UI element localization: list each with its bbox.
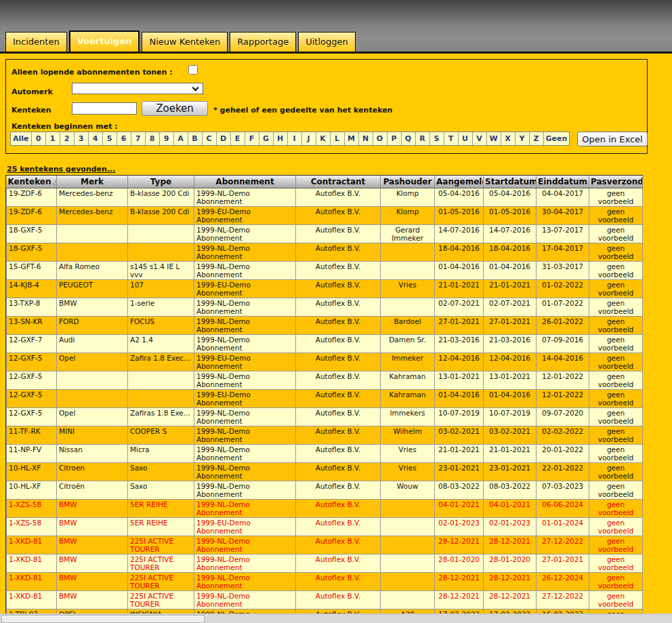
zoeken-button[interactable]: Zoeken	[142, 101, 208, 116]
cell-contractant: Autoflex B.V.	[296, 444, 381, 462]
letter-filter-m[interactable]: M	[345, 132, 359, 145]
letter-filter-d[interactable]: D	[217, 132, 231, 145]
letter-filter-p[interactable]: P	[387, 132, 402, 145]
cell-merk: Alfa Romeo	[57, 261, 128, 279]
table-row[interactable]: 1-XKD-81BMW225I ACTIVE TOURER1999-NL-Dem…	[7, 554, 643, 572]
letter-filter-6[interactable]: 6	[117, 132, 131, 145]
cell-aangemeld: 28-12-2021	[435, 572, 484, 590]
table-row[interactable]: 1-XZS-58BMW5ER REIHE1999-EU-Demo Abonnem…	[7, 517, 643, 536]
letter-filter-c[interactable]: C	[203, 132, 217, 145]
horizontal-scrollbar-thumb[interactable]	[1, 615, 205, 623]
table-row[interactable]: 10-HL-XFCitroenSaxo1999-NL-Demo Abonneme…	[7, 462, 643, 481]
letter-filter-a[interactable]: A	[174, 132, 188, 145]
table-row[interactable]: 1-XKD-81BMW225I ACTIVE TOURER1999-NL-Dem…	[7, 572, 643, 590]
table-row[interactable]: 19-ZDF-6Mercedes-benzB-klasse 200 Cdi199…	[7, 206, 643, 224]
cell-contractant: Autoflex B.V.	[296, 224, 381, 243]
cell-merk: BMW	[57, 499, 128, 517]
table-row[interactable]: 11-TF-RKMINICOOPER S1999-NL-Demo Abonnem…	[7, 426, 643, 444]
letter-filter-t[interactable]: T	[444, 132, 459, 145]
cell-type: Saxo	[128, 481, 194, 499]
letter-filter-7[interactable]: 7	[131, 132, 146, 145]
column-header-type[interactable]: Type	[128, 176, 194, 188]
column-header-merk[interactable]: Merk	[57, 176, 128, 188]
table-row[interactable]: 18-GXF-51999-NL-Demo AbonnementAutoflex …	[7, 224, 643, 243]
letter-filter-4[interactable]: 4	[89, 132, 103, 145]
letter-filter-2[interactable]: 2	[60, 132, 75, 145]
table-row[interactable]: 11-NP-FVNissanMicra1999-NL-Demo Abonneme…	[7, 444, 643, 462]
column-header-aangemeld[interactable]: Aangemeld	[435, 176, 484, 188]
cell-aangemeld: 28-12-2021	[435, 536, 484, 554]
tab-incidenten[interactable]: Incidenten	[5, 32, 67, 52]
column-header-einddatum[interactable]: Einddatum	[537, 176, 589, 188]
letter-filter-0[interactable]: 0	[32, 132, 46, 145]
letter-filter-j[interactable]: J	[302, 132, 316, 145]
letter-filter-y[interactable]: Y	[516, 132, 530, 145]
column-header-kenteken[interactable]: Kenteken△	[7, 176, 57, 188]
letter-filter-x[interactable]: X	[501, 132, 516, 145]
table-row[interactable]: 13-TXP-8BMW1-serie1999-NL-Demo Abonnemen…	[7, 298, 643, 316]
letter-filter-l[interactable]: L	[331, 132, 345, 145]
table-row[interactable]: 14-KJB-4PEUGEOT1071999-EU-Demo Abonnemen…	[7, 279, 643, 298]
table-row[interactable]: 12-GXF-5OpelZafira 1.8 Exec...1999-EU-De…	[7, 353, 643, 371]
letter-filter-e[interactable]: E	[231, 132, 245, 145]
column-header-contractant[interactable]: Contractant	[296, 176, 381, 188]
letter-filter-z[interactable]: Z	[530, 132, 544, 145]
letter-filter-9[interactable]: 9	[160, 132, 174, 145]
letter-filter-f[interactable]: F	[245, 132, 259, 145]
table-row[interactable]: 12-GXF-5OpelZafiras 1.8 Exe...1999-NL-De…	[7, 407, 643, 426]
cell-contractant: Autoflex B.V.	[296, 426, 381, 444]
table-row[interactable]: 1-XZS-58BMW5ER REIHE1999-NL-Demo Abonnem…	[7, 499, 643, 517]
kenteken-input[interactable]	[72, 102, 137, 115]
letter-filter-s[interactable]: S	[430, 132, 444, 145]
cell-contractant: Autoflex B.V.	[296, 334, 381, 353]
table-row[interactable]: 12-GXF-51999-EU-Demo AbonnementAutoflex …	[7, 389, 643, 407]
letter-filter-g[interactable]: G	[259, 132, 274, 145]
letter-filter-k[interactable]: K	[316, 132, 331, 145]
only-active-checkbox[interactable]	[188, 65, 198, 75]
tab-nieuw-kenteken[interactable]: Nieuw Kenteken	[142, 32, 228, 52]
letter-filter-o[interactable]: O	[373, 132, 387, 145]
table-row[interactable]: 1-XKD-81BMW225I ACTIVE TOURER1999-NL-Dem…	[7, 536, 643, 554]
letter-filter-h[interactable]: H	[274, 132, 288, 145]
letter-filter-u[interactable]: U	[459, 132, 473, 145]
letter-filter-geen[interactable]: Geen	[544, 132, 570, 145]
letter-filter-q[interactable]: Q	[402, 132, 416, 145]
table-row[interactable]: 12-GXF-51999-NL-Demo AbonnementAutoflex …	[7, 371, 643, 389]
cell-abonnement: 1999-NL-Demo Abonnement	[194, 371, 296, 389]
table-row[interactable]: 19-ZDF-6Mercedes-benzB-klasse 200 Cdi199…	[7, 188, 643, 206]
cell-aangemeld: 21-03-2016	[435, 334, 484, 353]
automerk-select[interactable]	[72, 83, 203, 94]
table-row[interactable]: 1-XKD-81BMW225I ACTIVE TOURER1999-NL-Dem…	[7, 590, 643, 609]
open-in-excel-button[interactable]: Open in Excel	[577, 132, 648, 146]
letter-filter-bar: Alle0123456789ABCDEFGHIJKLMNOPQRSTUVWXYZ…	[10, 132, 570, 146]
letter-filter-r[interactable]: R	[416, 132, 430, 145]
table-row[interactable]: 10-HL-XFCitroënSaxo1999-NL-Demo Abonneme…	[7, 481, 643, 499]
tab-uitloggen[interactable]: Uitloggen	[298, 32, 356, 52]
letter-filter-w[interactable]: W	[487, 132, 501, 145]
cell-abonnement: 1999-EU-Demo Abonnement	[194, 279, 296, 298]
letter-filter-n[interactable]: N	[359, 132, 373, 145]
column-header-startdatum[interactable]: Startdatum	[484, 176, 537, 188]
cell-abonnement: 1999-NL-Demo Abonnement	[194, 536, 296, 554]
letter-filter-b[interactable]: B	[188, 132, 203, 145]
column-header-pashouder[interactable]: Pashouder	[381, 176, 435, 188]
letter-filter-v[interactable]: V	[473, 132, 487, 145]
tab-rapportage[interactable]: Rapportage	[230, 32, 296, 52]
cell-einddatum: 22-01-2022	[537, 462, 589, 481]
column-header-pasverzonden[interactable]: Pasverzonden	[589, 176, 643, 188]
tab-voertuigen[interactable]: Voertuigen	[69, 31, 140, 52]
column-header-abonnement[interactable]: Abonnement	[194, 176, 296, 188]
letter-filter-8[interactable]: 8	[146, 132, 160, 145]
table-row[interactable]: 13-SN-KRFORDFOCUS1999-NL-Demo Abonnement…	[7, 316, 643, 334]
table-row[interactable]: 15-GFT-6Alfa Romeos145 s1.4 IE L vvv1999…	[7, 261, 643, 279]
table-row[interactable]: 12-GXF-7AudiA2 1.41999-NL-Demo Abonnemen…	[7, 334, 643, 353]
letter-filter-5[interactable]: 5	[103, 132, 117, 145]
letter-filter-i[interactable]: I	[288, 132, 302, 145]
letter-filter-1[interactable]: 1	[46, 132, 60, 145]
letter-filter-alle[interactable]: Alle	[11, 132, 32, 145]
horizontal-scrollbar[interactable]	[0, 614, 672, 623]
table-row[interactable]: 18-GXF-51999-NL-Demo AbonnementAutoflex …	[7, 243, 643, 261]
letter-filter-3[interactable]: 3	[75, 132, 89, 145]
cell-pashouder	[381, 298, 435, 316]
cell-contractant: Autoflex B.V.	[296, 298, 381, 316]
